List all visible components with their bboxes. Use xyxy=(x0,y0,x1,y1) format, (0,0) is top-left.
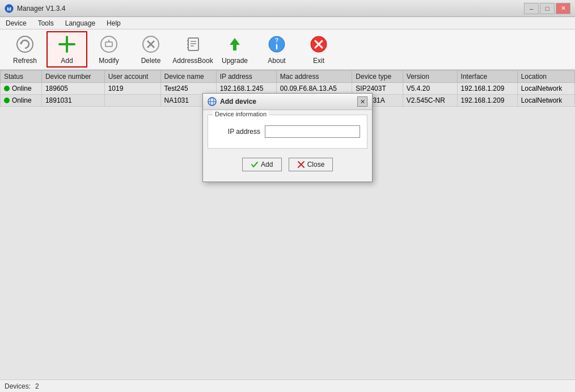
exit-button[interactable]: Exit xyxy=(298,31,339,68)
delete-icon xyxy=(141,34,161,54)
window-controls: – □ ✕ xyxy=(524,3,570,14)
svg-point-6 xyxy=(101,36,117,52)
device-info-group: Device information IP address xyxy=(208,115,367,149)
devices-count: 2 xyxy=(35,382,39,390)
addressbook-button[interactable]: AddressBook xyxy=(172,31,213,68)
dialog-titlebar: Add device ✕ xyxy=(203,94,372,110)
dialog-globe-icon xyxy=(208,97,217,106)
dialog-title: Add device xyxy=(220,98,256,106)
dialog-close-x-button[interactable]: ✕ xyxy=(357,96,367,107)
menu-help[interactable]: Help xyxy=(101,18,126,28)
dialog-title-left: Add device xyxy=(208,97,256,106)
menu-bar: Device Tools Language Help xyxy=(0,17,575,29)
upgrade-button[interactable]: Upgrade xyxy=(214,31,255,68)
checkmark-icon xyxy=(251,161,259,168)
x-icon xyxy=(297,161,305,168)
main-content: Status Device number User account Device… xyxy=(0,70,575,380)
svg-text:?: ? xyxy=(275,37,278,44)
dialog-add-button[interactable]: Add xyxy=(242,158,282,171)
modify-button[interactable]: Modify xyxy=(88,31,129,68)
status-bar: Devices: 2 xyxy=(0,380,575,392)
about-label: About xyxy=(268,57,285,65)
svg-marker-3 xyxy=(20,43,23,45)
maximize-button[interactable]: □ xyxy=(540,3,555,14)
dialog-close-button[interactable]: Close xyxy=(289,158,333,171)
svg-point-2 xyxy=(17,36,33,52)
app-title: Manager V1.3.4 xyxy=(17,5,524,12)
dialog-close-label: Close xyxy=(307,161,325,168)
menu-language[interactable]: Language xyxy=(60,18,101,28)
menu-tools[interactable]: Tools xyxy=(32,18,60,28)
add-button[interactable]: Add xyxy=(46,31,87,68)
delete-label: Delete xyxy=(141,57,161,65)
about-icon: ? xyxy=(267,34,287,54)
delete-button[interactable]: Delete xyxy=(130,31,171,68)
exit-label: Exit xyxy=(313,57,324,65)
dialog-body: Device information IP address Add xyxy=(203,110,372,182)
svg-text:M: M xyxy=(7,6,11,12)
window-close-button[interactable]: ✕ xyxy=(556,3,570,14)
refresh-button[interactable]: Refresh xyxy=(5,31,45,68)
toolbar: Refresh Add Modify xyxy=(0,29,575,70)
svg-rect-7 xyxy=(105,42,112,47)
svg-marker-19 xyxy=(230,38,240,50)
refresh-icon xyxy=(15,34,35,54)
exit-icon xyxy=(308,34,329,54)
title-bar: M Manager V1.3.4 – □ ✕ xyxy=(0,0,575,17)
add-label: Add xyxy=(61,57,73,65)
upgrade-icon xyxy=(225,34,245,54)
modify-label: Modify xyxy=(99,57,119,65)
refresh-label: Refresh xyxy=(13,57,37,65)
modify-icon xyxy=(99,34,119,54)
modal-overlay: Add device ✕ Device information IP addre… xyxy=(0,70,575,380)
device-info-legend: Device information xyxy=(213,111,269,117)
devices-label: Devices: xyxy=(5,382,31,390)
add-device-dialog: Add device ✕ Device information IP addre… xyxy=(202,93,373,182)
app-icon: M xyxy=(5,4,14,13)
ip-address-label: IP address xyxy=(215,128,260,136)
addressbook-icon xyxy=(183,34,203,54)
upgrade-label: Upgrade xyxy=(222,57,248,65)
addressbook-label: AddressBook xyxy=(172,57,213,65)
menu-device[interactable]: Device xyxy=(0,18,32,28)
add-icon xyxy=(57,34,77,54)
svg-rect-12 xyxy=(188,38,198,50)
dialog-add-label: Add xyxy=(261,161,273,168)
ip-address-input[interactable] xyxy=(265,125,360,138)
about-button[interactable]: ? About xyxy=(256,31,297,68)
dialog-buttons: Add Close xyxy=(208,155,367,177)
ip-address-row: IP address xyxy=(215,125,360,138)
minimize-button[interactable]: – xyxy=(524,3,539,14)
